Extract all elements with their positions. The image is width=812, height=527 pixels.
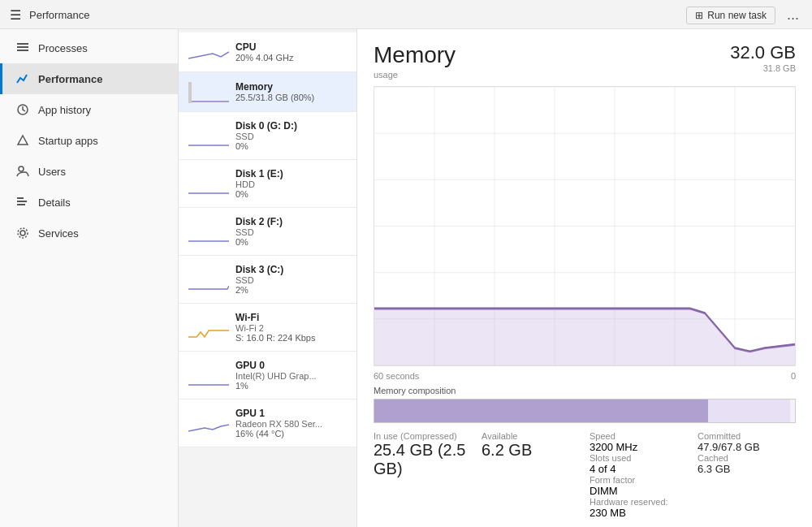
hamburger-icon[interactable]: ☰ [10, 7, 21, 23]
sidebar-item-processes[interactable]: Processes [0, 32, 178, 63]
more-options-button[interactable]: ... [784, 5, 802, 25]
bar-rest [790, 400, 795, 422]
stat-committed-col: Committed 47.9/67.8 GB Cached 6.3 GB [698, 431, 796, 519]
content-subtitle: usage [374, 70, 456, 80]
subitem-wifi[interactable]: Wi-Fi Wi-Fi 2 S: 16.0 R: 224 Kbps [179, 304, 356, 352]
disk0-mini-chart [188, 124, 229, 147]
svg-rect-1 [17, 46, 28, 48]
sidebar: Processes Performance App history Startu… [0, 29, 179, 527]
svg-rect-6 [17, 197, 24, 199]
svg-rect-0 [17, 43, 28, 45]
sidebar-item-app-history[interactable]: App history [0, 94, 178, 125]
bar-used [374, 400, 708, 422]
speed-value: 3200 MHz [590, 441, 688, 453]
gpu0-mini-chart [188, 364, 229, 387]
stats-grid: In use (Compressed) 25.4 GB (2.5 GB) Ava… [374, 431, 796, 519]
subitem-cpu[interactable]: CPU 20% 4.04 GHz [179, 32, 356, 72]
disk2-mini-chart [188, 220, 229, 243]
history-icon [15, 102, 30, 117]
details-icon [15, 195, 30, 210]
subitem-disk1[interactable]: Disk 1 (E:) HDD 0% [179, 160, 356, 208]
content-header: Memory usage 32.0 GB 31.8 GB [374, 42, 796, 80]
content-area: Memory usage 32.0 GB 31.8 GB [357, 29, 812, 527]
svg-point-9 [20, 231, 25, 235]
svg-rect-11 [188, 82, 192, 103]
subitem-memory[interactable]: Memory 25.5/31.8 GB (80%) [179, 72, 356, 112]
main-layout: Processes Performance App history Startu… [0, 29, 812, 527]
titlebar-title: Performance [29, 9, 89, 21]
sidebar-item-details[interactable]: Details [0, 187, 178, 218]
svg-marker-4 [18, 136, 28, 145]
stat-in-use: In use (Compressed) 25.4 GB (2.5 GB) [374, 431, 472, 519]
subitem-gpu0[interactable]: GPU 0 Intel(R) UHD Grap... 1% [179, 352, 356, 400]
svg-rect-2 [17, 50, 28, 51]
sidebar-item-startup-apps[interactable]: Startup apps [0, 125, 178, 156]
memory-chart [374, 86, 796, 366]
memory-total-value: 32.0 GB [730, 42, 796, 63]
run-new-task-button[interactable]: ⊞ Run new task [686, 6, 775, 24]
svg-point-5 [19, 166, 24, 171]
titlebar: ☰ Performance ⊞ Run new task ... [0, 0, 812, 29]
services-icon [15, 226, 30, 240]
titlebar-right: ⊞ Run new task ... [686, 5, 802, 25]
composition-bar [374, 399, 796, 423]
chart-label-right: 0 [791, 371, 796, 381]
sidebar-item-performance[interactable]: Performance [0, 63, 178, 94]
memory-chart-svg [374, 87, 795, 365]
form-label: Form factor [590, 475, 688, 485]
users-icon [15, 164, 30, 179]
composition-label: Memory composition [374, 386, 796, 395]
stat-available: Available 6.2 GB [482, 431, 580, 519]
svg-rect-7 [17, 201, 27, 202]
page-title: Memory [374, 42, 456, 68]
memory-used-value: 31.8 GB [730, 63, 796, 73]
hw-reserved-value: 230 MB [590, 507, 688, 519]
slots-value: 4 of 4 [590, 463, 688, 475]
svg-point-10 [18, 228, 28, 238]
startup-icon [15, 133, 30, 148]
sidebar-item-services[interactable]: Services [0, 218, 178, 248]
run-task-icon: ⊞ [695, 10, 703, 21]
speed-label: Speed [590, 431, 688, 441]
subitem-disk2[interactable]: Disk 2 (F:) SSD 0% [179, 208, 356, 256]
chart-label-bottom: 60 seconds 0 [374, 371, 796, 381]
svg-rect-8 [17, 204, 25, 205]
svg-marker-25 [374, 309, 795, 365]
subitem-disk0[interactable]: Disk 0 (G: D:) SSD 0% [179, 112, 356, 160]
form-value: DIMM [590, 485, 688, 497]
hw-reserved-label: Hardware reserved: [590, 497, 688, 507]
chart-icon [15, 71, 30, 86]
stat-speed-col: Speed 3200 MHz Slots used 4 of 4 Form fa… [590, 431, 688, 519]
list-icon [15, 41, 30, 55]
sidebar-item-users[interactable]: Users [0, 156, 178, 187]
gpu1-mini-chart [188, 412, 229, 434]
slots-label: Slots used [590, 453, 688, 463]
subitem-gpu1[interactable]: GPU 1 Radeon RX 580 Ser... 16% (44 °C) [179, 400, 356, 447]
memory-total-info: 32.0 GB 31.8 GB [730, 42, 796, 73]
cpu-mini-chart [188, 41, 229, 63]
chart-label-left: 60 seconds [374, 371, 419, 381]
titlebar-left: ☰ Performance [10, 7, 89, 23]
bar-available [708, 400, 789, 422]
disk3-mini-chart [188, 268, 229, 291]
subitem-disk3[interactable]: Disk 3 (C:) SSD 2% [179, 256, 356, 304]
subitems-panel: CPU 20% 4.04 GHz Memory 25.5/31.8 GB (80… [179, 29, 357, 527]
memory-mini-chart [188, 80, 229, 103]
wifi-mini-chart [188, 316, 229, 339]
disk1-mini-chart [188, 172, 229, 195]
